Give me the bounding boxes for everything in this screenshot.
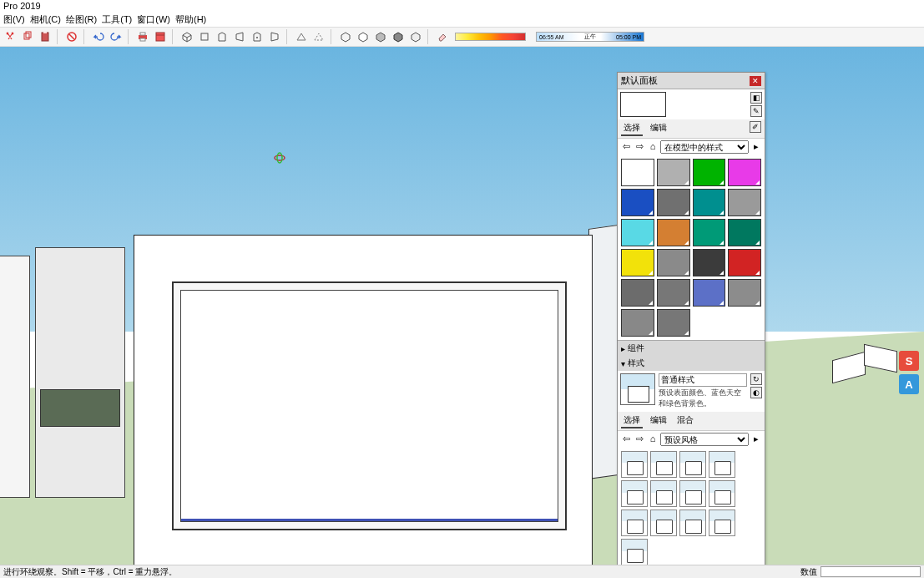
styles-tab-mix[interactable]: 混合: [674, 413, 696, 428]
style-monochrome-icon[interactable]: [408, 29, 423, 44]
style-thumb-item[interactable]: [621, 480, 648, 507]
style-thumb-item[interactable]: [709, 510, 735, 536]
menu-window[interactable]: 窗口(W): [135, 13, 172, 27]
material-swatch[interactable]: [693, 189, 726, 216]
close-icon[interactable]: ✕: [750, 76, 761, 86]
eyedropper-icon[interactable]: ✐: [750, 121, 761, 133]
eraser-icon[interactable]: [435, 29, 450, 44]
status-bar: 进行环绕观察。Shift = 平移，Ctrl = 重力悬浮。 数值: [0, 565, 924, 578]
undo-icon[interactable]: [91, 29, 106, 44]
styles-tab-edit[interactable]: 编辑: [648, 413, 669, 428]
copy-icon[interactable]: [20, 29, 35, 44]
status-hint: 进行环绕观察。Shift = 平移，Ctrl = 重力悬浮。: [3, 566, 177, 578]
style-shaded-icon[interactable]: [373, 29, 388, 44]
style-thumb-item[interactable]: [621, 510, 648, 536]
view-top-icon[interactable]: [197, 29, 212, 44]
style-back-edges-icon[interactable]: [311, 29, 326, 44]
styles-nav-fwd-icon[interactable]: ⇨: [634, 434, 645, 445]
menu-camera[interactable]: 相机(C): [28, 13, 63, 27]
paste-icon[interactable]: [38, 29, 53, 44]
style-thumb-item[interactable]: [679, 480, 706, 507]
material-swatch[interactable]: [657, 189, 690, 216]
style-thumb-item[interactable]: [650, 480, 677, 507]
style-thumb-item[interactable]: [650, 510, 677, 536]
view-front-icon[interactable]: [215, 29, 230, 44]
style-thumb-item[interactable]: [679, 451, 706, 478]
delete-icon[interactable]: [64, 29, 79, 44]
details-icon[interactable]: ▸: [750, 141, 762, 153]
style-new-icon[interactable]: ◐: [750, 387, 762, 398]
style-xray-icon[interactable]: [294, 29, 309, 44]
view-right-icon[interactable]: [232, 29, 247, 44]
material-preview[interactable]: [620, 92, 666, 117]
panel-icon[interactable]: [153, 29, 168, 44]
redo-icon[interactable]: [109, 29, 124, 44]
style-shaded-textures-icon[interactable]: [391, 29, 406, 44]
sogou-ime-icon[interactable]: S: [899, 351, 919, 371]
nav-back-icon[interactable]: ⇦: [620, 141, 632, 153]
tab-select[interactable]: 选择: [621, 121, 643, 136]
tab-edit[interactable]: 编辑: [648, 121, 669, 136]
style-thumb-item[interactable]: [650, 451, 677, 478]
styles-nav-back-icon[interactable]: ⇦: [620, 434, 632, 445]
home-icon[interactable]: ⌂: [647, 141, 659, 153]
material-cube-icon[interactable]: ◧: [750, 92, 762, 104]
components-header[interactable]: ▸ 组件: [618, 341, 765, 356]
menu-tools[interactable]: 工具(T): [100, 13, 134, 27]
style-thumb-item[interactable]: [709, 480, 735, 507]
tray-titlebar[interactable]: 默认面板 ✕: [618, 73, 765, 89]
3d-viewport[interactable]: [0, 47, 924, 565]
style-preview-thumb[interactable]: [620, 373, 655, 405]
default-tray-panel: 默认面板 ✕ ◧ ✎ 选择 编辑 ✐ ⇦ ⇨ ⌂ 在模型中的样式 ▸ ▸: [617, 72, 765, 578]
material-library-select[interactable]: 在模型中的样式: [660, 140, 749, 154]
styles-details-icon[interactable]: ▸: [750, 434, 762, 445]
menu-help[interactable]: 帮助(H): [174, 13, 208, 27]
material-swatch[interactable]: [728, 249, 761, 276]
month-slider[interactable]: [455, 33, 526, 41]
style-thumb-item[interactable]: [679, 510, 706, 536]
material-swatch[interactable]: [728, 279, 761, 307]
material-swatch[interactable]: [693, 249, 726, 276]
material-swatch[interactable]: [728, 219, 761, 246]
material-swatch[interactable]: [728, 189, 761, 216]
style-thumb-item[interactable]: [709, 451, 735, 478]
material-swatch[interactable]: [657, 249, 690, 276]
cut-icon[interactable]: [3, 29, 18, 44]
measurements-input[interactable]: [820, 566, 921, 577]
material-swatch[interactable]: [621, 279, 654, 307]
styles-header[interactable]: ▾ 样式: [618, 356, 765, 371]
material-swatch[interactable]: [621, 219, 654, 246]
nav-fwd-icon[interactable]: ⇨: [634, 141, 645, 153]
material-swatch[interactable]: [621, 189, 654, 216]
material-swatch[interactable]: [621, 309, 654, 337]
material-swatch[interactable]: [657, 159, 690, 186]
style-thumb-item[interactable]: [621, 451, 648, 478]
styles-tab-select[interactable]: 选择: [621, 413, 643, 428]
print-icon[interactable]: [135, 29, 150, 44]
view-left-icon[interactable]: [267, 29, 282, 44]
style-wireframe-icon[interactable]: [338, 29, 353, 44]
material-swatch[interactable]: [657, 219, 690, 246]
material-create-icon[interactable]: ✎: [750, 105, 762, 117]
style-refresh-icon[interactable]: ↻: [750, 373, 762, 385]
style-name-field[interactable]: 普通样式: [659, 373, 747, 387]
material-swatch[interactable]: [621, 249, 654, 276]
view-iso-icon[interactable]: [179, 29, 194, 44]
style-hidden-line-icon[interactable]: [356, 29, 371, 44]
styles-library-select[interactable]: 预设风格: [660, 433, 749, 446]
material-swatch[interactable]: [657, 279, 690, 307]
style-thumb-item[interactable]: [621, 539, 648, 565]
material-swatch[interactable]: [693, 279, 726, 307]
material-swatch[interactable]: [621, 159, 654, 186]
menu-view[interactable]: 图(V): [2, 13, 27, 27]
view-back-icon[interactable]: [250, 29, 265, 44]
material-swatch[interactable]: [693, 219, 726, 246]
sill-edge: [181, 519, 558, 521]
material-swatch[interactable]: [693, 159, 726, 186]
menu-draw[interactable]: 绘图(R): [64, 13, 98, 27]
time-slider[interactable]: 06:55 AM 正午 05:00 PM: [536, 32, 644, 42]
app-side-icon[interactable]: A: [899, 374, 919, 394]
material-swatch[interactable]: [728, 159, 761, 186]
styles-home-icon[interactable]: ⌂: [647, 434, 659, 445]
material-swatch[interactable]: [657, 309, 690, 337]
